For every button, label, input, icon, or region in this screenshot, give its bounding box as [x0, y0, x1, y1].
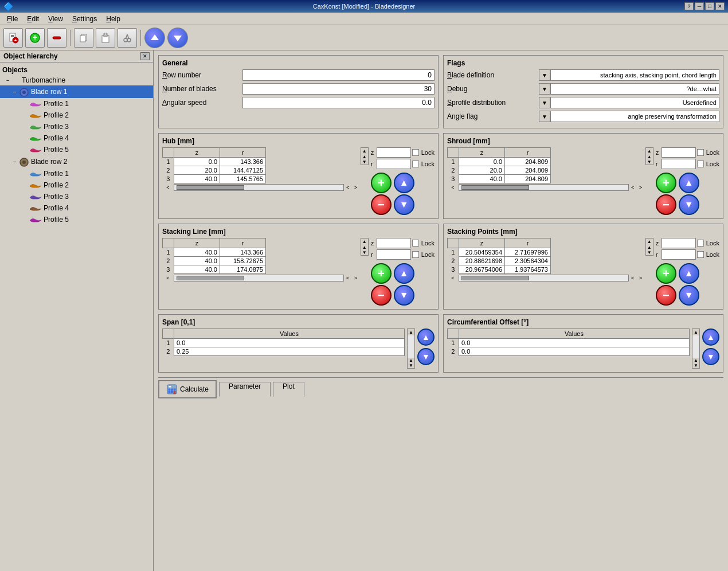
tab-parameter[interactable]: Parameter	[219, 382, 271, 397]
sprofile-dropdown[interactable]: ▼ Userdefined	[539, 97, 719, 108]
angle-flag-arrow[interactable]: ▼	[539, 111, 550, 122]
sp-row2-r[interactable]: 2.30564304	[505, 257, 551, 265]
paste-button[interactable]	[96, 28, 115, 48]
tab-plot[interactable]: Plot	[273, 382, 304, 397]
blade-def-dropdown[interactable]: ▼ stacking axis, stacking point, chord l…	[539, 69, 719, 81]
shroud-chevron-up[interactable]: ▲	[647, 154, 652, 159]
sp-z-input[interactable]	[662, 238, 696, 248]
tree-bladerow2[interactable]: − Blade row 2	[0, 155, 153, 168]
tree-br2-profile5[interactable]: Profile 5	[0, 214, 153, 225]
arrow-down-button[interactable]	[167, 28, 188, 48]
sp-lock2-check[interactable]	[697, 251, 704, 258]
span-row2-val[interactable]: 0.25	[174, 347, 405, 356]
hub-lock1-check[interactable]	[412, 149, 419, 156]
shroud-row1-z[interactable]: 0.0	[459, 158, 505, 166]
bladerow2-expand[interactable]: −	[11, 158, 18, 165]
tree-br1-profile1[interactable]: Profile 1	[0, 98, 153, 109]
shroud-lock1-check[interactable]	[697, 149, 704, 156]
shroud-row2-z[interactable]: 20.0	[459, 166, 505, 175]
circ-down-button[interactable]: ▼	[702, 348, 719, 365]
span-chevron-down[interactable]: ▼	[409, 363, 413, 368]
circ-scroll-up[interactable]: ▲	[693, 329, 699, 335]
turbomachine-expand[interactable]: −	[5, 77, 11, 84]
hub-z-input[interactable]	[377, 147, 411, 158]
sp-add-button[interactable]: +	[656, 263, 676, 284]
help-button[interactable]: ?	[684, 2, 694, 10]
sl-row2-r[interactable]: 158.72675	[220, 257, 266, 265]
menu-help[interactable]: Help	[101, 14, 125, 24]
span-scroll-up[interactable]: ▲	[408, 329, 414, 335]
angle-flag-dropdown[interactable]: ▼ angle preserving transformation	[539, 111, 719, 122]
minimize-button[interactable]: ─	[695, 2, 704, 10]
add-button[interactable]: +	[25, 28, 45, 48]
hub-r-input[interactable]	[377, 159, 411, 169]
span-row1-val[interactable]: 0.0	[174, 339, 405, 347]
sp-row2-z[interactable]: 20.88621698	[459, 257, 505, 265]
menu-edit[interactable]: Edit	[22, 14, 44, 24]
menu-view[interactable]: View	[44, 14, 68, 24]
hub-chevron-down[interactable]: ▼	[362, 159, 367, 165]
blade-def-arrow[interactable]: ▼	[539, 69, 550, 81]
shroud-row1-r[interactable]: 204.809	[505, 158, 551, 166]
hub-chevron-up[interactable]: ▲	[362, 154, 367, 159]
sl-lock2-check[interactable]	[412, 251, 419, 258]
hub-row1-r[interactable]: 143.366	[220, 158, 266, 166]
sp-chevron-down[interactable]: ▼	[647, 250, 652, 255]
sl-row3-r[interactable]: 174.0875	[220, 265, 266, 274]
hub-row3-r[interactable]: 145.5765	[220, 175, 266, 183]
hub-add-button[interactable]: +	[371, 173, 392, 193]
tree-br1-profile5[interactable]: Profile 5	[0, 144, 153, 155]
sl-row2-z[interactable]: 40.0	[174, 257, 220, 265]
sl-chevron-down[interactable]: ▼	[362, 250, 367, 255]
sp-row1-r[interactable]: 2.71697996	[505, 248, 551, 257]
menu-file[interactable]: File	[2, 14, 22, 24]
sl-row1-r[interactable]: 143.366	[220, 248, 266, 257]
shroud-r-input[interactable]	[662, 159, 696, 169]
sp-up-button[interactable]: ▲	[679, 263, 699, 284]
span-up-button[interactable]: ▲	[417, 328, 435, 346]
hub-scroll-up[interactable]: ▲	[362, 148, 367, 154]
span-chevron-up[interactable]: ▲	[409, 358, 413, 363]
tree-br1-profile2[interactable]: Profile 2	[0, 109, 153, 121]
calculate-button[interactable]: Calculate	[158, 380, 217, 398]
sl-lock1-check[interactable]	[412, 240, 419, 247]
tree-br1-profile3[interactable]: Profile 3	[0, 121, 153, 132]
shroud-row3-z[interactable]: 40.0	[459, 175, 505, 183]
arrow-up-button[interactable]	[144, 28, 165, 48]
circ-row2-val[interactable]: 0.0	[459, 347, 690, 356]
sp-row3-r[interactable]: 1.93764573	[505, 265, 551, 274]
shroud-add-button[interactable]: +	[656, 173, 676, 193]
maximize-button[interactable]: □	[705, 2, 714, 10]
sp-row1-z[interactable]: 20.50459354	[459, 248, 505, 257]
circ-up-button[interactable]: ▲	[702, 328, 719, 346]
cut-button[interactable]	[118, 28, 137, 48]
sp-r-input[interactable]	[662, 249, 696, 260]
tree-br2-profile1[interactable]: Profile 1	[0, 168, 153, 179]
circ-chevron-up[interactable]: ▲	[694, 358, 698, 363]
num-blades-input[interactable]	[242, 83, 435, 95]
debug-arrow[interactable]: ▼	[539, 83, 550, 95]
hub-up-button[interactable]: ▲	[394, 173, 414, 193]
span-down-button[interactable]: ▼	[417, 348, 435, 365]
copy-button[interactable]	[74, 28, 93, 48]
sl-chevron-up[interactable]: ▲	[362, 245, 367, 250]
angular-speed-input[interactable]	[242, 97, 435, 108]
hub-row2-z[interactable]: 20.0	[174, 166, 220, 175]
shroud-up-button[interactable]: ▲	[679, 173, 699, 193]
tree-bladerow1[interactable]: − Blade row 1	[0, 85, 153, 98]
sl-r-input[interactable]	[377, 249, 411, 260]
hub-row3-z[interactable]: 40.0	[174, 175, 220, 183]
tree-br2-profile4[interactable]: Profile 4	[0, 202, 153, 214]
sp-lock1-check[interactable]	[697, 240, 704, 247]
tree-br1-profile4[interactable]: Profile 4	[0, 132, 153, 144]
sl-up-button[interactable]: ▲	[394, 263, 414, 284]
shroud-row2-r[interactable]: 204.809	[505, 166, 551, 175]
sl-add-button[interactable]: +	[371, 263, 392, 284]
shroud-lock2-check[interactable]	[697, 161, 704, 167]
sp-down-button[interactable]: ▼	[679, 285, 699, 306]
shroud-row3-r[interactable]: 204.809	[505, 175, 551, 183]
shroud-z-input[interactable]	[662, 147, 696, 158]
sl-scroll-up[interactable]: ▲	[362, 238, 367, 245]
tree-turbomachine[interactable]: − Turbomachine	[0, 75, 153, 85]
hub-row1-z[interactable]: 0.0	[174, 158, 220, 166]
